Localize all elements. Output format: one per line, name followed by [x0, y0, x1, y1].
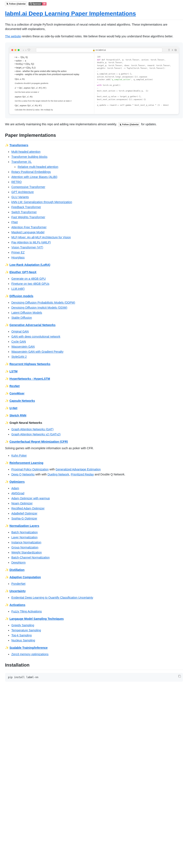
sponsor-badge[interactable]: Sponsor 49 [29, 2, 47, 6]
item-link[interactable]: GLU Variants [11, 195, 29, 199]
item-link[interactable]: Cycle GAN [11, 340, 26, 343]
item-link[interactable]: Group Normalization [11, 546, 38, 549]
section-title-link[interactable]: Generative Adversarial Networks [9, 323, 55, 327]
item-link[interactable]: Sophia-G Optimizer [11, 517, 37, 520]
section-title-link[interactable]: Capsule Networks [9, 399, 35, 402]
list-item: Fast Weights Transformer [11, 215, 183, 219]
twitter-follow-badge[interactable]: Follow @labmlai [5, 2, 27, 6]
section-title-link[interactable]: U-Net [9, 406, 17, 410]
sparkle-icon: ✨ [5, 421, 9, 425]
item-link[interactable]: Rectified Adam Optimizer [11, 507, 45, 510]
item-link[interactable]: Finetune on two 48GB GPUs [11, 282, 49, 285]
item-link[interactable]: Generalized Advantage Estimation [55, 468, 101, 471]
item-link[interactable]: Original GAN [11, 330, 29, 333]
item-link[interactable]: Temperature Sampling [11, 629, 41, 632]
item-link[interactable]: Masked Language Model [11, 230, 44, 234]
item-link[interactable]: Weight Standardization [11, 551, 42, 554]
item-link[interactable]: Switch Transformer [11, 211, 37, 214]
section-title-link[interactable]: Scalable Training/Inference [9, 646, 48, 649]
section-title-link[interactable]: Normalization Layers [9, 524, 39, 527]
section-head: ✨Capsule Networks [5, 399, 183, 403]
website-link[interactable]: The website [5, 35, 21, 38]
item-link[interactable]: Multi-headed attention [11, 150, 41, 153]
item-link[interactable]: DeepNorm [11, 561, 26, 564]
item-link[interactable]: Batch-Channel Normalization [11, 556, 50, 559]
section-title-link[interactable]: Counterfactual Regret Minimization (CFR) [9, 440, 68, 443]
item-link[interactable]: Adam [11, 487, 19, 490]
item-link[interactable]: Relative multi-headed attention [18, 165, 58, 168]
item-link[interactable]: Adam Optimizer with warmup [11, 497, 50, 500]
item-link[interactable]: Transformer XL [11, 160, 32, 163]
list-item: Multi-headed attention [11, 150, 183, 154]
item-link[interactable]: Graph Attention Networks v2 (GATv2) [11, 433, 60, 436]
item-link[interactable]: kNN-LM: Generalization through Memorizat… [11, 200, 72, 204]
item-link[interactable]: Deep Q Networks [11, 473, 34, 476]
section-title-link[interactable]: ConvMixer [9, 392, 25, 395]
item-link[interactable]: Primer EZ [11, 251, 25, 254]
page-title[interactable]: labml.ai Deep Learning Paper Implementat… [5, 9, 183, 20]
item-link[interactable]: Top-k Sampling [11, 633, 32, 637]
list-item: Instance Normalization [11, 540, 183, 545]
item-link[interactable]: GPT Architecture [11, 190, 34, 194]
twitter-follow-badge-inline[interactable]: Follow @labmlai [118, 123, 140, 127]
item-link[interactable]: Hourglass [11, 256, 25, 259]
item-link[interactable]: Proximal Policy Optimization [11, 468, 49, 471]
item-link[interactable]: Instance Normalization [11, 541, 41, 544]
item-link[interactable]: AMSGrad [11, 492, 24, 495]
item-link[interactable]: Attention Free Transformer [11, 225, 47, 229]
item-link[interactable]: Prioritized Replay [71, 473, 94, 476]
section-title-link[interactable]: Diffusion models [9, 294, 33, 298]
section-title-link[interactable]: Low-Rank Adaptation (LoRA) [9, 263, 50, 267]
item-link[interactable]: GAN with deep convolutional network [11, 335, 60, 338]
item-link[interactable]: Batch Normalization [11, 531, 38, 534]
item-link[interactable]: Kuhn Poker [11, 454, 27, 457]
section-title-link[interactable]: Langauge Model Sampling Techniques [9, 617, 64, 620]
item-link[interactable]: Generate on a 48GB GPU [11, 277, 46, 280]
section-title-link[interactable]: Eleuther GPT-NeoX [9, 271, 36, 274]
item-link[interactable]: StyleGAN 2 [11, 355, 27, 359]
item-link[interactable]: AdaBelief Optimizer [11, 512, 37, 515]
item-link[interactable]: Vision Transformer (ViT) [11, 246, 43, 249]
item-link[interactable]: Stable Diffusion [11, 316, 32, 319]
item-link[interactable]: Fast Weights Transformer [11, 215, 45, 219]
copy-icon[interactable] [178, 675, 181, 678]
section-title-link[interactable]: Sketch RNN [9, 414, 26, 417]
item-link[interactable]: Dueling Network [48, 473, 69, 476]
list-item: DeepNorm [11, 560, 183, 565]
item-link[interactable]: Fuzzy Tiling Activations [11, 610, 42, 613]
item-link[interactable]: Rotary Positional Embeddings [11, 170, 51, 174]
item-link[interactable]: Latent Diffusion Models [11, 311, 42, 314]
item-link[interactable]: Denoising Diffusion Implicit Models (DDI… [11, 306, 67, 309]
item-link[interactable]: MLP-Mixer: An all-MLP Architecture for V… [11, 236, 71, 239]
item-link[interactable]: Transformer building blocks [11, 155, 47, 158]
section-title-link[interactable]: ResNet [9, 384, 20, 388]
section-title-link[interactable]: Distillation [9, 568, 25, 571]
item-link[interactable]: Greedy Sampling [11, 624, 34, 627]
section-title-link[interactable]: Uncertainty [9, 589, 26, 593]
item-link[interactable]: Layer Normalization [11, 536, 38, 539]
item-link[interactable]: Noam Optimizer [11, 502, 33, 505]
section-title-link[interactable]: HyperNetworks - HyperLSTM [9, 377, 50, 380]
section-title-link[interactable]: Recurrent Highway Networks [9, 362, 51, 366]
item-link[interactable]: Compressive Transformer [11, 185, 45, 189]
item-link[interactable]: PonderNet [11, 582, 25, 585]
item-link[interactable]: Wasserstein GAN [11, 345, 35, 348]
section-title-link[interactable]: Activations [9, 603, 25, 607]
item-link[interactable]: Evidential Deep Learning to Quantify Cla… [11, 596, 93, 599]
item-link[interactable]: Feedback Transformer [11, 206, 41, 209]
item-link[interactable]: Zero3 memory optimizations [11, 653, 49, 656]
section-title-link[interactable]: Transformers [9, 144, 28, 147]
item-link[interactable]: FNet [11, 220, 18, 224]
item-link[interactable]: Nucleus Sampling [11, 639, 35, 642]
item-link[interactable]: LLM.int8() [11, 287, 25, 290]
section-title-link[interactable]: LSTM [9, 370, 18, 373]
item-link[interactable]: Denoising Diffusion Probabilistic Models… [11, 301, 75, 304]
item-link[interactable]: Wasserstein GAN with Gradient Penalty [11, 350, 63, 353]
section-title-link[interactable]: Adaptive Computation [9, 576, 41, 579]
item-link[interactable]: RETRO [11, 180, 22, 184]
section-title-link[interactable]: Reinforcement Learning [9, 461, 43, 465]
section-title-link[interactable]: Optimizers [9, 480, 25, 484]
item-link[interactable]: Graph Attention Networks (GAT) [11, 428, 53, 431]
item-link[interactable]: Attention with Linear Biases (ALiBi) [11, 175, 57, 179]
item-link[interactable]: Pay Attention to MLPs (gMLP) [11, 241, 51, 244]
